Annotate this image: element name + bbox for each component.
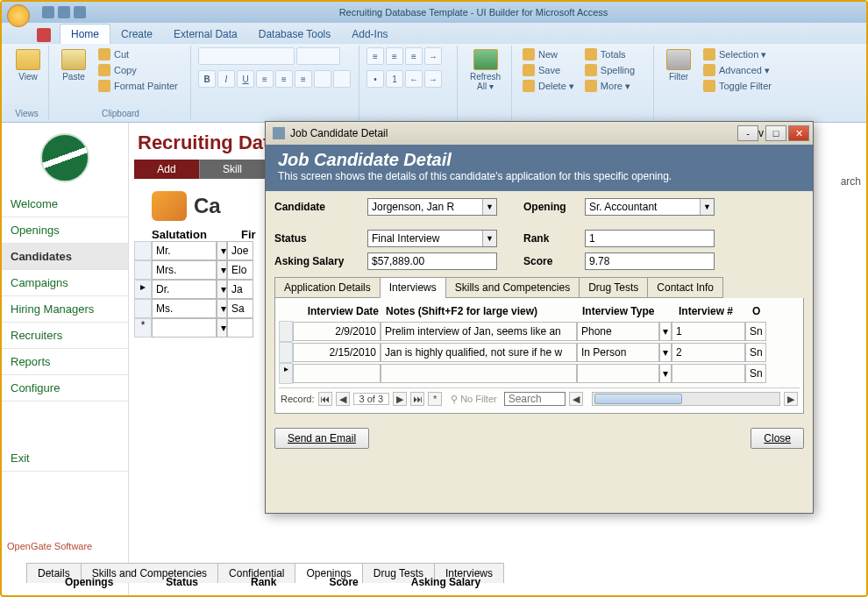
refresh-all-button[interactable]: Refresh All ▾ xyxy=(465,47,506,93)
selection-button[interactable]: Selection ▾ xyxy=(700,47,775,61)
align-right-button[interactable]: ≡ xyxy=(295,70,312,88)
minimize-button[interactable]: - xyxy=(737,125,758,141)
chevron-down-icon[interactable]: ▼ xyxy=(482,199,496,215)
subgrid-row[interactable]: 2/9/2010 Prelim interview of Jan, seems … xyxy=(279,321,800,342)
candidate-combo[interactable]: ▼ xyxy=(367,198,497,216)
toggle-filter-button[interactable]: Toggle Filter xyxy=(700,79,775,93)
advanced-button[interactable]: Advanced ▾ xyxy=(700,63,775,77)
align-btn[interactable]: ≡ xyxy=(366,47,384,65)
row-selector[interactable] xyxy=(134,260,152,280)
row-selector-current[interactable]: ▸ xyxy=(279,363,293,384)
chevron-down-icon[interactable]: ▾ xyxy=(217,241,227,260)
chevron-down-icon[interactable]: ▾ xyxy=(659,322,672,341)
italic-button[interactable]: I xyxy=(217,70,235,88)
score-input[interactable] xyxy=(585,252,715,270)
chevron-down-icon[interactable]: ▾ xyxy=(217,260,227,280)
align-btn2[interactable]: ≡ xyxy=(386,47,403,65)
filter-button[interactable]: Filter xyxy=(661,47,696,83)
save-button[interactable]: Save xyxy=(519,63,578,77)
tab-add[interactable]: Add xyxy=(134,160,200,179)
scroll-left-icon[interactable]: ◀ xyxy=(569,392,583,406)
nav-campaigns[interactable]: Campaigns xyxy=(2,270,128,296)
horizontal-scrollbar[interactable] xyxy=(592,392,780,406)
nav-candidates[interactable]: Candidates xyxy=(2,244,128,270)
nav-first-icon[interactable]: ⏮ xyxy=(318,392,332,406)
chevron-down-icon[interactable]: ▾ xyxy=(217,299,227,318)
nav-prev-icon[interactable]: ◀ xyxy=(336,392,350,406)
subtab-app-details[interactable]: Application Details xyxy=(274,277,381,298)
subgrid-row-new[interactable]: ▸ ▾ Sn xyxy=(279,363,800,384)
spelling-button[interactable]: Spelling xyxy=(581,63,638,77)
cut-button[interactable]: Cut xyxy=(95,47,181,61)
row-selector[interactable] xyxy=(279,321,293,342)
bullets-button[interactable]: • xyxy=(366,70,384,88)
qat-save-icon[interactable] xyxy=(42,6,54,18)
opening-combo[interactable]: ▼ xyxy=(585,198,715,216)
chevron-down-icon[interactable]: ▼ xyxy=(482,231,496,246)
scroll-right-icon[interactable]: ▶ xyxy=(784,392,798,406)
fill-color-button[interactable] xyxy=(314,70,331,88)
font-size-combo[interactable] xyxy=(296,47,340,65)
close-x-button[interactable]: ✕ xyxy=(788,125,809,141)
ribbon-tab-external[interactable]: External Data xyxy=(163,25,248,44)
nav-next-icon[interactable]: ▶ xyxy=(393,392,407,406)
chevron-down-icon[interactable]: ▾ xyxy=(659,343,672,362)
close-button[interactable]: Close xyxy=(751,428,804,449)
subtab-contact[interactable]: Contact Info xyxy=(647,277,723,298)
view-button[interactable]: View xyxy=(11,47,46,83)
nav-recruiters[interactable]: Recruiters xyxy=(2,323,128,349)
nav-configure[interactable]: Configure xyxy=(2,375,128,402)
align-left-button[interactable]: ≡ xyxy=(256,70,274,88)
subgrid-row[interactable]: 2/15/2010 Jan is highly qualified, not s… xyxy=(279,342,800,363)
subtab-interviews[interactable]: Interviews xyxy=(380,277,446,298)
indent-btn[interactable]: → xyxy=(424,47,442,65)
numbering-button[interactable]: 1 xyxy=(386,70,403,88)
row-selector[interactable] xyxy=(134,241,152,260)
nav-welcome[interactable]: Welcome xyxy=(2,191,128,217)
scrollbar-thumb[interactable] xyxy=(594,394,682,404)
chevron-down-icon[interactable]: ▾ xyxy=(217,318,227,338)
tab-skill[interactable]: Skill xyxy=(200,160,266,179)
status-combo[interactable]: ▼ xyxy=(367,230,497,247)
office-button[interactable] xyxy=(7,4,30,27)
ribbon-tab-addins[interactable]: Add-Ins xyxy=(341,25,398,44)
qat-redo-icon[interactable] xyxy=(74,6,86,18)
chevron-down-icon[interactable]: ▾ xyxy=(659,364,672,383)
row-selector-current[interactable]: ▸ xyxy=(134,280,152,299)
chevron-down-icon[interactable]: ▼ xyxy=(700,199,714,215)
chevron-down-icon[interactable]: ▾ xyxy=(217,280,227,299)
bold-button[interactable]: B xyxy=(198,70,216,88)
totals-button[interactable]: Totals xyxy=(581,47,638,61)
new-button[interactable]: New xyxy=(519,47,578,61)
font-color-button[interactable] xyxy=(333,70,351,88)
align-center-button[interactable]: ≡ xyxy=(275,70,293,88)
ribbon-tab-dbtools[interactable]: Database Tools xyxy=(248,25,342,44)
row-selector[interactable] xyxy=(134,299,152,318)
copy-button[interactable]: Copy xyxy=(95,63,181,77)
indent2-button[interactable]: → xyxy=(424,70,442,88)
nav-new-icon[interactable]: * xyxy=(428,392,442,406)
ribbon-tab-home[interactable]: Home xyxy=(60,24,110,44)
asking-salary-input[interactable] xyxy=(367,252,497,270)
send-email-button[interactable]: Send an Email xyxy=(274,428,369,449)
ribbon-tab-create[interactable]: Create xyxy=(110,25,163,44)
qat-undo-icon[interactable] xyxy=(58,6,70,18)
nav-openings[interactable]: Openings xyxy=(2,217,128,244)
rank-input[interactable] xyxy=(585,230,715,247)
delete-button[interactable]: Delete ▾ xyxy=(519,79,578,93)
font-name-combo[interactable] xyxy=(198,47,295,65)
underline-button[interactable]: U xyxy=(237,70,254,88)
align-btn3[interactable]: ≡ xyxy=(405,47,423,65)
nav-last-icon[interactable]: ⏭ xyxy=(410,392,424,406)
format-painter-button[interactable]: Format Painter xyxy=(95,79,181,93)
outdent-button[interactable]: ← xyxy=(405,70,423,88)
subtab-drugtests[interactable]: Drug Tests xyxy=(579,277,648,298)
subtab-skills[interactable]: Skills and Competencies xyxy=(445,277,580,298)
nav-hiring-managers[interactable]: Hiring Managers xyxy=(2,296,128,323)
nav-exit[interactable]: Exit xyxy=(2,445,128,472)
row-selector-new[interactable]: * xyxy=(134,318,152,338)
row-selector[interactable] xyxy=(279,342,293,363)
record-search-input[interactable] xyxy=(504,392,566,406)
more-button[interactable]: More ▾ xyxy=(581,79,638,93)
paste-button[interactable]: Paste xyxy=(56,47,91,83)
